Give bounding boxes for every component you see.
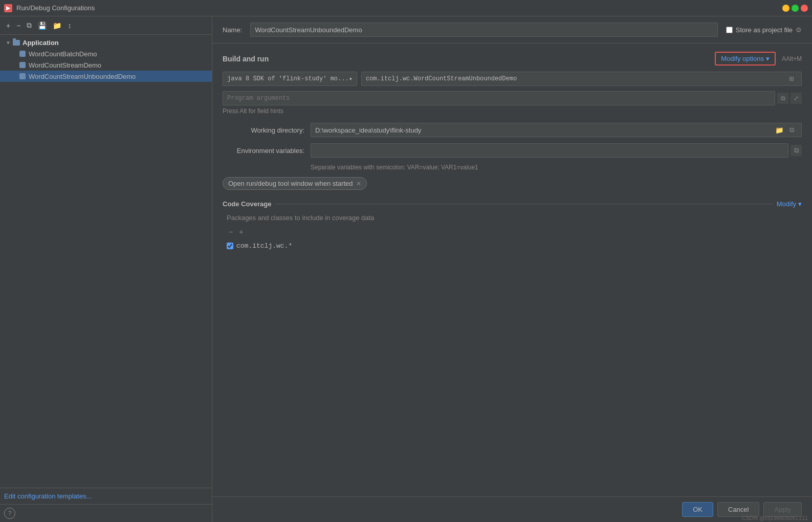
code-coverage-divider: Code Coverage Modify ▾ [223, 200, 802, 208]
coverage-toolbar: − + [227, 227, 802, 237]
build-run-title: Build and run [223, 55, 269, 63]
config-label: WordCountBatchDemo [29, 50, 97, 58]
working-dir-copy-button[interactable]: ⧉ [786, 124, 797, 136]
sidebar-help: ? [0, 504, 212, 522]
build-run-header: Build and run Modify options ▾ AAlt+M [223, 52, 802, 66]
store-project-label: Store as project file [736, 26, 793, 34]
sidebar-item-wordcount-stream-unbounded[interactable]: WordCountStreamUnboundedDemo [0, 71, 212, 82]
remove-tag-button[interactable]: ✕ [356, 181, 361, 187]
coverage-remove-button[interactable]: − [227, 227, 235, 237]
coverage-add-button[interactable]: + [237, 227, 245, 237]
modify-label: Modify [777, 200, 796, 208]
config-body: Build and run Modify options ▾ AAlt+M [212, 44, 812, 496]
coverage-desc: Packages and classes to include in cover… [227, 214, 802, 222]
sidebar-item-wordcount-stream[interactable]: WordCountStreamDemo [0, 59, 212, 71]
modify-options-label: Modify options [721, 55, 764, 62]
program-args-row: ⧉ ⤢ [223, 91, 802, 105]
sidebar-toolbar: + − ⧉ 💾 📁 ↕ [0, 16, 212, 35]
sidebar-tree: ▼ Application WordCountBatchDemo [0, 35, 212, 488]
main-class-browse-button[interactable]: ⊞ [786, 73, 797, 84]
shortcut-hint: AAlt+M [782, 55, 802, 62]
env-vars-input[interactable] [311, 143, 788, 158]
coverage-item-label: com.itclj.wc.* [236, 242, 292, 250]
working-dir-label: Working directory: [223, 126, 304, 134]
env-vars-row: Environment variables: ⧉ [223, 143, 802, 158]
remove-config-button[interactable]: − [14, 20, 23, 31]
window-controls [782, 5, 808, 12]
run-config-icon [18, 72, 27, 80]
ok-button[interactable]: OK [682, 502, 713, 517]
code-coverage-title: Code Coverage [223, 200, 271, 208]
maximize-button[interactable] [792, 5, 799, 12]
env-vars-copy-button[interactable]: ⧉ [791, 145, 802, 156]
coverage-item: com.itclj.wc.* [227, 241, 802, 251]
sidebar-item-wordcount-batch[interactable]: WordCountBatchDemo [0, 48, 212, 59]
application-group-label: Application [23, 39, 59, 47]
prog-args-copy-button[interactable]: ⧉ [777, 93, 788, 104]
build-run-row: java 8 SDK of 'flink-study' mo... ▾ com.… [223, 72, 802, 86]
chevron-down-icon: ▼ [4, 38, 12, 47]
main-class-field[interactable]: com.itclj.wc.WordCountStreamUnboundedDem… [361, 72, 802, 86]
dialog: ▶ Run/Debug Configurations + − ⧉ 💾 📁 ↕ [0, 0, 812, 522]
run-config-icon [18, 61, 27, 69]
save-config-button[interactable]: 💾 [36, 20, 49, 31]
program-args-input[interactable] [223, 91, 775, 105]
coverage-item-checkbox[interactable] [227, 243, 233, 249]
modify-coverage-button[interactable]: Modify ▾ [777, 200, 802, 208]
working-dir-row: Working directory: D:\workspace_idea\stu… [223, 123, 802, 137]
store-project-row: Store as project file ⚙ [726, 26, 802, 34]
copy-config-button[interactable]: ⧉ [25, 20, 34, 31]
sidebar: + − ⧉ 💾 📁 ↕ ▼ Application [0, 16, 212, 522]
folder-icon [12, 38, 20, 47]
main-class-value: com.itclj.wc.WordCountStreamUnboundedDem… [366, 75, 517, 82]
config-header: Name: Store as project file ⚙ [212, 16, 812, 44]
working-dir-field[interactable]: D:\workspace_idea\study\flink-study 📁 ⧉ [311, 123, 802, 137]
gear-icon[interactable]: ⚙ [796, 26, 802, 34]
close-button[interactable] [801, 5, 808, 12]
open-window-tag: Open run/debug tool window when started … [223, 177, 367, 190]
name-input[interactable] [250, 23, 717, 37]
store-project-checkbox[interactable] [726, 27, 733, 33]
folder-config-button[interactable]: 📁 [51, 20, 63, 31]
run-config-icon [18, 50, 27, 58]
chevron-down-icon: ▾ [766, 55, 770, 62]
right-panel: Name: Store as project file ⚙ Build and … [212, 16, 812, 522]
app-icon: ▶ [4, 4, 12, 12]
help-button[interactable]: ? [4, 508, 15, 519]
sidebar-item-application[interactable]: ▼ Application [0, 37, 212, 48]
working-dir-browse-button[interactable]: 📁 [774, 124, 785, 136]
sdk-label: java 8 SDK of 'flink-study' mo... [227, 75, 349, 82]
config-label: WordCountStreamUnboundedDemo [29, 73, 136, 80]
name-label: Name: [223, 26, 242, 34]
chevron-down-icon: ▾ [798, 200, 802, 208]
prog-args-expand-button[interactable]: ⤢ [791, 93, 802, 104]
working-dir-value: D:\workspace_idea\study\flink-study [315, 126, 772, 134]
add-config-button[interactable]: + [4, 20, 12, 31]
modify-options-button[interactable]: Modify options ▾ [715, 52, 776, 66]
sdk-selector[interactable]: java 8 SDK of 'flink-study' mo... ▾ [223, 72, 357, 86]
sidebar-bottom: Edit configuration templates... [0, 488, 212, 504]
env-hint: Separate variables with semicolon: VAR=v… [311, 164, 802, 171]
tag-container: Open run/debug tool window when started … [223, 177, 802, 190]
window-title: Run/Debug Configurations [16, 4, 782, 12]
dialog-footer: OK Cancel Apply [212, 496, 812, 522]
config-label: WordCountStreamDemo [29, 61, 101, 69]
chevron-down-icon: ▾ [349, 75, 353, 83]
title-bar: ▶ Run/Debug Configurations [0, 0, 812, 16]
env-vars-label: Environment variables: [223, 147, 304, 155]
watermark: CSDN @clj198606061111 [742, 515, 808, 521]
open-window-label: Open run/debug tool window when started [228, 180, 353, 187]
edit-templates-button[interactable]: Edit configuration templates... [4, 492, 92, 500]
sort-config-button[interactable]: ↕ [65, 20, 73, 31]
alt-hint: Press Alt for field hints [223, 107, 802, 115]
divider-line [275, 204, 772, 204]
minimize-button[interactable] [782, 5, 789, 12]
main-content: + − ⧉ 💾 📁 ↕ ▼ Application [0, 16, 812, 522]
